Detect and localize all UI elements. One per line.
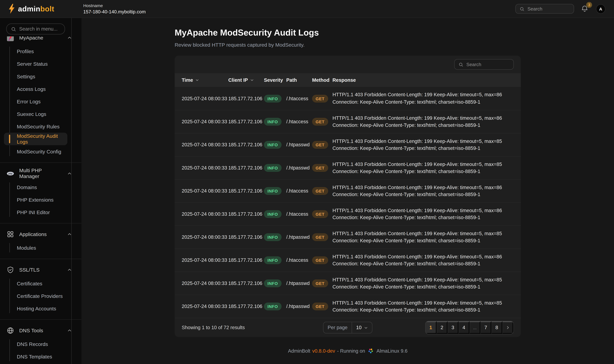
adminbolt-logo[interactable]: adminbolt (8, 3, 54, 14)
cell-time: 2025-07-24 08:00:33 (182, 281, 228, 286)
table-row[interactable]: 2025-07-24 08:00:33185.177.72.106INFO/.h… (175, 156, 521, 179)
cell-severity: INFO (264, 256, 286, 264)
sidebar-item-modsecurity-audit-logs[interactable]: ModSecurity Audit Logs (4, 133, 67, 145)
page-button-8[interactable]: 8 (492, 321, 503, 334)
method-badge: GET (312, 118, 328, 126)
cell-path: /.htaccess (286, 211, 312, 217)
sidebar-section-applications[interactable]: Applications (0, 228, 81, 240)
page-button-3[interactable]: 3 (448, 321, 458, 334)
cell-response: HTTP/1.1 403 Forbidden Content-Length: 1… (333, 253, 514, 267)
per-page-control: Per page 10 (323, 322, 373, 334)
brand-text: adminbolt (18, 5, 54, 13)
cell-method: GET (312, 279, 333, 287)
sidebar-item-label: Settings (17, 73, 35, 79)
sidebar-divider (0, 319, 81, 320)
table-row[interactable]: 2025-07-24 08:00:33185.177.72.106INFO/.h… (175, 87, 521, 110)
avatar[interactable]: A (596, 4, 605, 13)
sidebar-section-label: Applications (19, 231, 47, 237)
app-viewport: adminbolt Hostname 157-180-40-140.mybolt… (0, 0, 614, 364)
sidebar-item-domains[interactable]: Domains (0, 181, 81, 193)
global-search-input[interactable] (528, 6, 570, 12)
sidebar-item-label: Suexec Logs (17, 111, 46, 117)
table-search-input[interactable] (466, 62, 509, 67)
cell-severity: INFO (264, 164, 286, 172)
table-row[interactable]: 2025-07-24 08:00:33185.177.72.106INFO/.h… (175, 272, 521, 295)
table-row[interactable]: 2025-07-24 08:00:33185.177.72.106INFO/.h… (175, 295, 521, 318)
sidebar-nav: MyApacheProfilesServer StatusSettingsAcc… (0, 36, 81, 364)
per-page-select[interactable]: 10 (352, 322, 372, 333)
sidebar-item-dns-records[interactable]: DNS Records (0, 338, 81, 350)
chevron-down-icon (364, 325, 368, 330)
page-button-1[interactable]: 1 (426, 321, 437, 334)
sidebar-item-hosting-accounts[interactable]: Hosting Accounts (0, 302, 81, 315)
table-search[interactable] (454, 59, 514, 70)
cell-time: 2025-07-24 08:00:33 (182, 234, 228, 240)
table-row[interactable]: 2025-07-24 08:00:33185.177.72.106INFO/.h… (175, 110, 521, 133)
sidebar-item-modsecurity-config[interactable]: ModSecurity Config (0, 145, 81, 158)
sidebar-item-error-logs[interactable]: Error Logs (0, 95, 81, 108)
page-button-2[interactable]: 2 (437, 321, 448, 334)
footer-brand: AdminBolt (288, 348, 310, 354)
hostname-value: 157-180-40-140.myboltip.com (83, 9, 146, 15)
column-label: Response (333, 77, 356, 83)
table-row[interactable]: 2025-07-24 08:00:33185.177.72.106INFO/.h… (175, 248, 521, 272)
sidebar-search-input[interactable] (19, 26, 60, 32)
per-page-label: Per page (323, 325, 352, 330)
main-content: MyApache ModSecurity Audit Logs Review b… (81, 18, 614, 364)
cell-path: /.htaccess (286, 119, 312, 125)
php-icon: php (6, 169, 14, 177)
app-footer: AdminBolt v0.8.0-dev - Running on AlmaLi… (81, 348, 614, 354)
cell-response: HTTP/1.1 403 Forbidden Content-Length: 1… (333, 138, 514, 152)
sidebar-section-ssl-tls[interactable]: SSL/TLS (0, 264, 81, 275)
page-button-4[interactable]: 4 (458, 321, 469, 334)
sidebar-item-access-logs[interactable]: Access Logs (0, 83, 81, 95)
table-header-row: TimeClient IPSeverityPathMethodResponse (175, 73, 521, 87)
cell-client-ip: 185.177.72.106 (228, 281, 264, 286)
sidebar-item-label: DNS Records (17, 341, 48, 347)
next-page-button[interactable] (503, 321, 513, 334)
table-row[interactable]: 2025-07-24 08:00:33185.177.72.106INFO/.h… (175, 179, 521, 202)
cell-method: GET (312, 210, 333, 218)
footer-version[interactable]: v0.8.0-dev (312, 348, 335, 354)
notifications-button[interactable]: 3 (581, 5, 589, 13)
sidebar-item-certificate-providers[interactable]: Certificate Providers (0, 290, 81, 302)
table-row[interactable]: 2025-07-24 08:00:33185.177.72.106INFO/.h… (175, 133, 521, 156)
topbar: adminbolt Hostname 157-180-40-140.mybolt… (0, 0, 614, 18)
hostname-block: Hostname 157-180-40-140.myboltip.com (83, 3, 146, 15)
column-header-severity: Severity (264, 77, 286, 83)
sidebar-search[interactable] (6, 24, 65, 34)
method-badge: GET (312, 256, 328, 264)
sidebar-item-php-ini-editor[interactable]: PHP INI Editor (0, 206, 81, 218)
sidebar-item-label: ModSecurity Audit Logs (17, 133, 67, 145)
table-row[interactable]: 2025-07-24 08:00:33185.177.72.106INFO/.h… (175, 202, 521, 225)
column-header-client-ip[interactable]: Client IP (228, 77, 264, 83)
table-row[interactable]: 2025-07-24 08:00:33185.177.72.106INFO/.h… (175, 225, 521, 248)
page-subtitle: Review blocked HTTP requests captured by… (175, 42, 521, 48)
sidebar-sublist-dns-tools: DNS RecordsDNS Templates (0, 338, 81, 363)
page-button-7[interactable]: 7 (481, 321, 491, 334)
cell-client-ip: 185.177.72.106 (228, 119, 264, 125)
sidebar-section-myapache[interactable]: MyApache (0, 36, 81, 43)
sidebar-section-dns-tools[interactable]: DNS Tools (0, 325, 81, 336)
sidebar-item-php-extensions[interactable]: PHP Extensions (0, 193, 81, 206)
cell-client-ip: 185.177.72.106 (228, 234, 264, 240)
bolt-icon (8, 3, 15, 14)
global-search[interactable] (515, 4, 574, 14)
sidebar-item-modules[interactable]: Modules (0, 241, 81, 254)
sidebar-item-server-status[interactable]: Server Status (0, 58, 81, 70)
severity-badge: INFO (264, 303, 281, 310)
sidebar-item-certificates[interactable]: Certificates (0, 277, 81, 290)
globe-icon (6, 326, 14, 334)
sidebar-section-label: SSL/TLS (19, 267, 40, 273)
sidebar-item-dns-templates[interactable]: DNS Templates (0, 350, 81, 363)
sidebar-item-profiles[interactable]: Profiles (0, 45, 81, 58)
sidebar-item-modsecurity-rules[interactable]: ModSecurity Rules (0, 120, 81, 133)
apps-icon (6, 230, 14, 238)
cell-path: /.htaccess (286, 258, 312, 263)
cell-method: GET (312, 94, 333, 102)
sidebar-item-settings[interactable]: Settings (0, 70, 81, 83)
sidebar-section-multi-php-manager[interactable]: phpMulti PHP Manager (0, 168, 81, 179)
column-header-time[interactable]: Time (182, 77, 228, 83)
sidebar-item-suexec-logs[interactable]: Suexec Logs (0, 108, 81, 120)
cell-severity: INFO (264, 187, 286, 195)
